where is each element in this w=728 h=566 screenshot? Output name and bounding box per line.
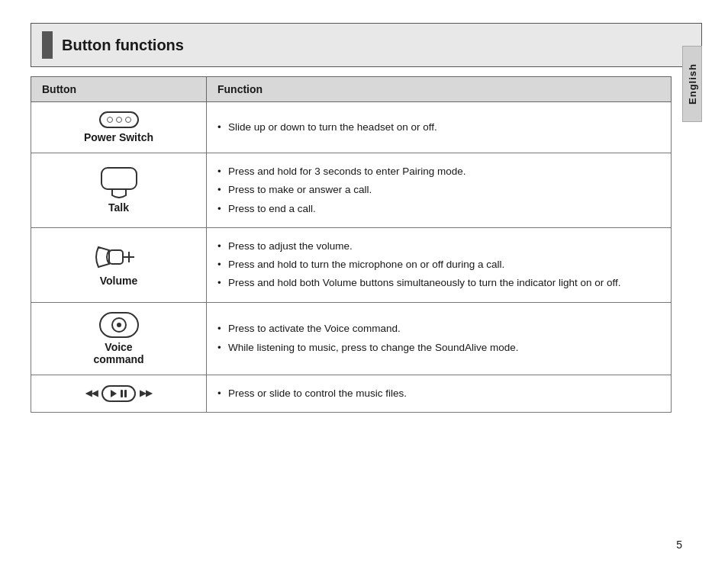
section-header: Button functions <box>31 23 702 67</box>
skip-forward-icon: ▶▶ <box>140 388 152 398</box>
voice-inner-circle <box>111 317 127 333</box>
power-function-list: Slide up or down to turn the headset on … <box>217 118 660 137</box>
volume-label: Volume <box>100 275 138 287</box>
english-tab-label: English <box>687 63 698 105</box>
svg-rect-1 <box>109 250 123 264</box>
col-header-button: Button <box>31 77 207 102</box>
volume-function-list: Press to adjust the volume. Press and ho… <box>217 237 660 293</box>
voice-command-icon <box>99 312 139 338</box>
function-cell-music: Press or slide to control the music file… <box>207 375 672 412</box>
voice-center-dot <box>117 323 121 327</box>
voice-label: Voice command <box>93 341 143 365</box>
list-item: While listening to music, press to chang… <box>217 339 660 357</box>
voice-function-list: Press to activate the Voice command. Whi… <box>217 320 660 357</box>
pause-bar-right <box>124 390 127 397</box>
list-item: Slide up or down to turn the headset on … <box>217 118 660 137</box>
function-cell-volume: Press to adjust the volume. Press and ho… <box>207 227 672 302</box>
list-item: Press and hold to turn the microphone on… <box>217 256 660 274</box>
volume-icon <box>92 243 146 272</box>
header-bar-decoration <box>42 31 53 59</box>
talk-icon-wrap: Talk <box>42 166 195 214</box>
function-cell-power: Slide up or down to turn the headset on … <box>207 102 672 153</box>
button-cell-music: ◀◀ ▶▶ <box>31 375 207 412</box>
power-dot-1 <box>107 117 113 123</box>
talk-label: Talk <box>108 201 129 214</box>
list-item: Press and hold both Volume buttons simul… <box>217 274 660 292</box>
pause-bar-left <box>121 390 123 397</box>
power-switch-label: Power Switch <box>84 131 153 143</box>
button-cell-talk: Talk <box>31 153 207 228</box>
list-item: Press or slide to control the music file… <box>217 384 660 403</box>
function-cell-talk: Press and hold for 3 seconds to enter Pa… <box>207 153 672 228</box>
music-controls-icon: ◀◀ ▶▶ <box>85 385 152 402</box>
function-cell-voice: Press to activate the Voice command. Whi… <box>207 302 672 375</box>
english-tab: English <box>682 46 702 122</box>
music-function-list: Press or slide to control the music file… <box>217 384 660 403</box>
play-triangle-icon <box>111 390 117 397</box>
table-row: Talk Press and hold for 3 seconds to ent… <box>31 153 672 228</box>
button-functions-table: Button Function Power Switch <box>31 76 672 413</box>
power-dot-3 <box>125 117 131 123</box>
power-dot-2 <box>116 117 122 123</box>
power-switch-icon-wrap: Power Switch <box>42 111 195 143</box>
list-item: Press to activate the Voice command. <box>217 320 660 338</box>
list-item: Press to adjust the volume. <box>217 237 660 256</box>
page-number: 5 <box>676 539 682 551</box>
voice-icon-wrap: Voice command <box>42 312 195 365</box>
table-row: ◀◀ ▶▶ <box>31 375 672 412</box>
button-cell-power: Power Switch <box>31 102 207 153</box>
list-item: Press to make or answer a call. <box>217 181 660 199</box>
col-header-function: Function <box>207 77 672 102</box>
list-item: Press to end a call. <box>217 200 660 218</box>
play-pause-icon <box>101 385 136 402</box>
skip-back-icon: ◀◀ <box>85 388 98 398</box>
table-row: Voice command Press to activate the Voic… <box>31 302 672 375</box>
power-switch-icon <box>99 111 139 128</box>
button-cell-voice: Voice command <box>31 302 207 375</box>
svg-rect-0 <box>101 168 137 189</box>
pause-bars-icon <box>121 390 127 397</box>
volume-icon-wrap: Volume <box>42 243 195 287</box>
talk-icon <box>97 166 141 198</box>
list-item: Press and hold for 3 seconds to enter Pa… <box>217 162 660 181</box>
talk-function-list: Press and hold for 3 seconds to enter Pa… <box>217 162 660 218</box>
section-title: Button functions <box>62 37 184 54</box>
table-row: Volume Press to adjust the volume. Press… <box>31 227 672 302</box>
table-row: Power Switch Slide up or down to turn th… <box>31 102 672 153</box>
music-icon-wrap: ◀◀ ▶▶ <box>42 385 195 402</box>
button-cell-volume: Volume <box>31 227 207 302</box>
